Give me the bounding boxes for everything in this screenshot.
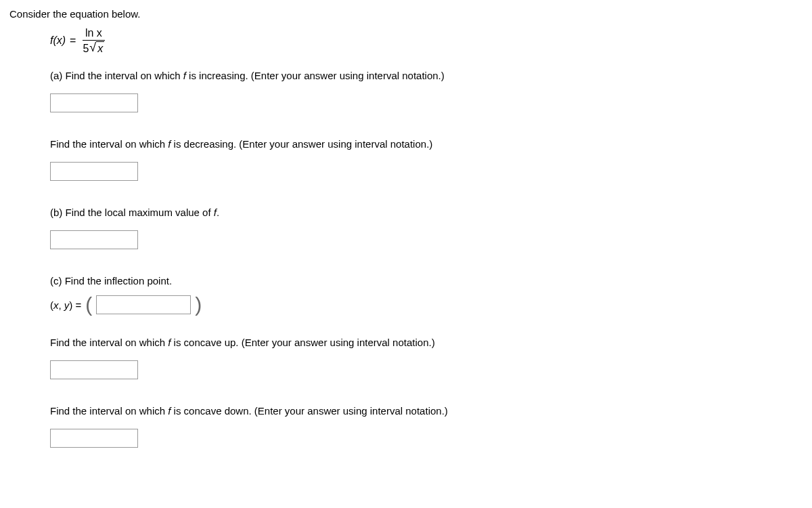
intro-text: Consider the equation below.: [9, 7, 803, 21]
equation-display: f(x) = ln x 5 √ x: [50, 26, 803, 55]
equation-lhs: f(x): [50, 33, 66, 48]
close-paren-icon: ): [195, 295, 202, 315]
part-c-concave-up-input[interactable]: [50, 360, 138, 379]
part-c-label: (c) Find the inflection point.: [50, 274, 803, 288]
denominator-coeff: 5: [83, 42, 89, 55]
part-a-increasing-input[interactable]: [50, 93, 138, 112]
part-a-decreasing-input[interactable]: [50, 162, 138, 181]
part-c-point-row: (x, y) = ( ): [50, 295, 803, 315]
equation-equals: =: [70, 33, 76, 48]
part-c-point-input[interactable]: [96, 295, 191, 314]
part-a-decreasing-label: Find the interval on which f is decreasi…: [50, 137, 803, 151]
fraction-numerator: ln x: [83, 26, 105, 41]
part-b-input[interactable]: [50, 230, 138, 249]
equation-fraction: ln x 5 √ x: [80, 26, 107, 55]
content-block: f(x) = ln x 5 √ x (a) Find the interval …: [50, 26, 803, 448]
radical-icon: √: [89, 41, 96, 54]
fraction-denominator: 5 √ x: [80, 41, 107, 55]
sqrt-wrap: √ x: [89, 41, 104, 55]
part-c-concave-down-label: Find the interval on which f is concave …: [50, 404, 803, 418]
part-a-increasing-label: (a) Find the interval on which f is incr…: [50, 68, 803, 83]
part-c-concave-down-input[interactable]: [50, 429, 138, 448]
part-b-label: (b) Find the local maximum value of f.: [50, 205, 803, 219]
part-c-concave-up-label: Find the interval on which f is concave …: [50, 335, 803, 350]
open-paren-icon: (: [85, 295, 92, 315]
radicand: x: [96, 41, 104, 55]
point-label: (x, y) =: [50, 298, 81, 312]
